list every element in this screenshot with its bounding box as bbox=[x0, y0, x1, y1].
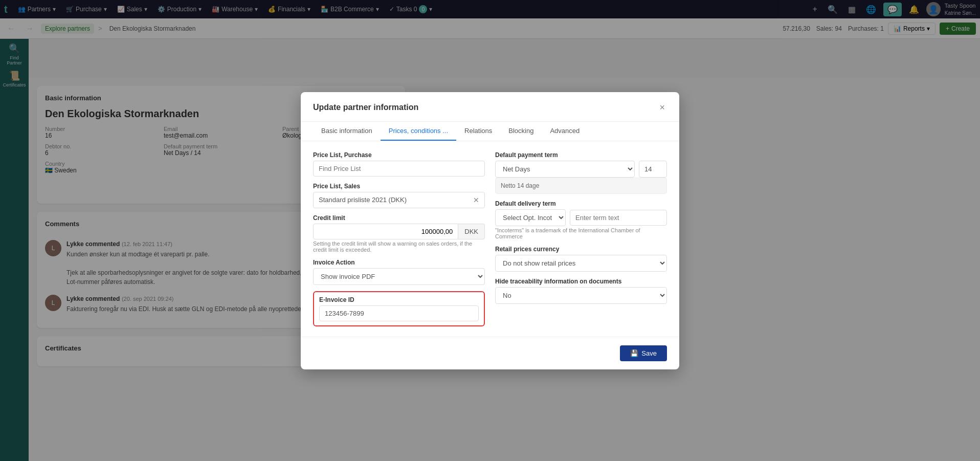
invoice-action-field: Invoice Action Show invoice PDF bbox=[313, 259, 485, 285]
tab-basic-information[interactable]: Basic information bbox=[313, 122, 381, 141]
invoice-action-label: Invoice Action bbox=[313, 259, 485, 266]
tab-prices-conditions[interactable]: Prices, conditions ... bbox=[381, 122, 456, 141]
term-text-input[interactable] bbox=[570, 210, 667, 226]
traceability-select[interactable]: No bbox=[495, 287, 667, 304]
credit-limit-hint: Setting the credit limit will show a war… bbox=[313, 240, 485, 253]
delivery-term-label: Default delivery term bbox=[495, 200, 667, 207]
retail-currency-select[interactable]: Do not show retail prices bbox=[495, 255, 667, 272]
modal-left-section: Price List, Purchase Price List, Sales S… bbox=[313, 151, 485, 326]
retail-currency-label: Retail prices currency bbox=[495, 246, 667, 253]
retail-currency-field: Retail prices currency Do not show retai… bbox=[495, 246, 667, 272]
einvoice-id-field: E-Invoice ID bbox=[313, 291, 485, 326]
payment-term-label: Default payment term bbox=[495, 151, 667, 159]
modal-overlay: Update partner information × Basic infor… bbox=[0, 0, 980, 461]
save-button[interactable]: 💾 Save bbox=[620, 345, 667, 361]
invoice-action-select[interactable]: Show invoice PDF bbox=[313, 268, 485, 285]
credit-limit-label: Credit limit bbox=[313, 214, 485, 222]
update-partner-modal: Update partner information × Basic infor… bbox=[301, 92, 679, 369]
payment-term-hint: Netto 14 dage bbox=[495, 178, 667, 194]
incoterm-select[interactable]: Select Opt. Incoterm(R) 2010 bbox=[495, 209, 566, 226]
credit-limit-currency: DKK bbox=[458, 224, 485, 239]
einvoice-id-label: E-Invoice ID bbox=[319, 296, 479, 303]
delivery-term-field: Default delivery term Select Opt. Incote… bbox=[495, 200, 667, 239]
modal-title: Update partner information bbox=[313, 103, 418, 112]
tab-blocking[interactable]: Blocking bbox=[500, 122, 542, 141]
price-list-sales-field: Price List, Sales Standard prisliste 202… bbox=[313, 183, 485, 208]
einvoice-id-input[interactable] bbox=[319, 305, 479, 321]
tab-advanced[interactable]: Advanced bbox=[542, 122, 588, 141]
payment-term-select[interactable]: Net Days bbox=[495, 161, 635, 178]
traceability-field: Hide traceability information on documen… bbox=[495, 278, 667, 304]
incoterms-hint: "Incoterms" is a trademark of the Intern… bbox=[495, 227, 667, 239]
price-list-sales-value: Standard prisliste 2021 (DKK) bbox=[319, 196, 473, 204]
credit-limit-field: Credit limit DKK Setting the credit limi… bbox=[313, 214, 485, 253]
tab-relations[interactable]: Relations bbox=[456, 122, 500, 141]
modal-tabs: Basic information Prices, conditions ...… bbox=[301, 122, 679, 141]
modal-footer: 💾 Save bbox=[301, 337, 679, 369]
price-list-sales-clear-icon[interactable]: ✕ bbox=[473, 196, 479, 204]
modal-close-button[interactable]: × bbox=[657, 102, 667, 113]
credit-limit-input[interactable] bbox=[313, 224, 458, 239]
payment-term-field: Default payment term Net Days Netto 14 d… bbox=[495, 151, 667, 194]
price-list-purchase-input[interactable] bbox=[313, 161, 485, 177]
modal-body: Price List, Purchase Price List, Sales S… bbox=[301, 141, 679, 337]
save-icon: 💾 bbox=[630, 349, 638, 357]
modal-right-section: Default payment term Net Days Netto 14 d… bbox=[495, 151, 667, 326]
price-list-purchase-label: Price List, Purchase bbox=[313, 151, 485, 159]
price-list-purchase-field: Price List, Purchase bbox=[313, 151, 485, 177]
price-list-sales-label: Price List, Sales bbox=[313, 183, 485, 190]
modal-header: Update partner information × bbox=[301, 92, 679, 122]
payment-term-days-input[interactable] bbox=[639, 161, 667, 178]
traceability-label: Hide traceability information on documen… bbox=[495, 278, 667, 285]
